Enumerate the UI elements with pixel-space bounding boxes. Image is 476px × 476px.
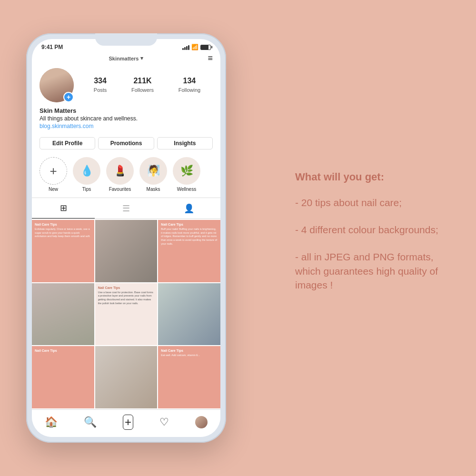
- post-4[interactable]: [32, 283, 94, 346]
- post-7[interactable]: Nail Care Tips: [32, 346, 94, 408]
- post-5[interactable]: Nail Care Tips Use a base coat for prote…: [95, 283, 158, 346]
- edit-profile-button[interactable]: Edit Profile: [40, 137, 95, 149]
- post-1[interactable]: Nail Care Tips Exfoliate regularly. Once…: [32, 220, 94, 282]
- tips-highlight-label: Tips: [82, 187, 91, 192]
- highlight-new[interactable]: + New: [40, 157, 67, 192]
- highlight-favourites[interactable]: 💄 Favourites: [106, 157, 134, 192]
- post-8[interactable]: [95, 346, 158, 408]
- insights-button[interactable]: Insights: [157, 137, 213, 149]
- tips-highlight-circle[interactable]: 💧: [73, 157, 100, 185]
- highlight-masks[interactable]: 🧖 Masks: [139, 157, 167, 192]
- new-highlight-circle[interactable]: +: [40, 157, 67, 185]
- home-nav-icon[interactable]: 🏠: [45, 416, 58, 428]
- phone-outer: 9:41 PM 📶: [26, 33, 226, 443]
- post-1-title: Nail Care Tips: [35, 223, 91, 226]
- post-5-text: Use a base coat for protection. Base coa…: [98, 291, 155, 306]
- info-item-2: - 4 different colour backgrounds;: [295, 223, 457, 237]
- followers-label: Followers: [131, 87, 154, 93]
- menu-icon[interactable]: ≡: [208, 53, 213, 63]
- followers-stat[interactable]: 211K Followers: [131, 77, 154, 94]
- post-6[interactable]: [158, 283, 220, 346]
- status-time: 9:41 PM: [41, 44, 63, 50]
- following-count: 134: [178, 77, 200, 85]
- info-item-3: - all in JPEG and PNG formats, which gua…: [295, 250, 457, 292]
- avatar-wrap: +: [40, 68, 74, 102]
- wifi-icon: 📶: [191, 44, 198, 50]
- highlights-row: + New 💧 Tips 💄 Favourites 🧖 Masks: [32, 153, 220, 198]
- promotions-button[interactable]: Promotions: [98, 137, 154, 149]
- favourites-highlight-circle[interactable]: 💄: [106, 157, 134, 185]
- highlight-wellness[interactable]: 🌿 Wellness: [173, 157, 200, 192]
- wellness-highlight-circle[interactable]: 🌿: [173, 157, 200, 185]
- post-9-text: Eat well. Add calcium, vitamin E...: [161, 354, 218, 357]
- profile-nav-avatar[interactable]: [195, 416, 208, 428]
- post-9[interactable]: Nail Care Tips Eat well. Add calcium, vi…: [158, 346, 220, 408]
- post-2[interactable]: [95, 220, 158, 282]
- highlight-tips[interactable]: 💧 Tips: [73, 157, 100, 192]
- masks-highlight-circle[interactable]: 🧖: [139, 157, 167, 185]
- posts-count: 334: [94, 77, 107, 85]
- add-post-nav-icon[interactable]: +: [123, 415, 133, 430]
- following-stat[interactable]: 134 Following: [178, 77, 200, 94]
- phone-inner: 9:41 PM 📶: [32, 39, 220, 437]
- post-5-title: Nail Care Tips: [98, 286, 155, 289]
- profile-name: Skin Matters: [40, 107, 213, 114]
- page-container: 9:41 PM 📶: [0, 0, 476, 476]
- profile-section: + 334 Posts 211K Followers: [32, 64, 220, 133]
- post-1-text: Exfoliate regularly. Once or twice a wee…: [35, 228, 91, 238]
- masks-highlight-label: Masks: [147, 187, 160, 192]
- wellness-highlight-label: Wellness: [177, 187, 196, 192]
- info-panel: What will you get: - 20 tips about nail …: [295, 170, 457, 306]
- tab-tagged[interactable]: 👤: [158, 198, 220, 218]
- signal-icon: [182, 45, 189, 50]
- post-3[interactable]: Nail Care Tips Buff your nails! Buffing …: [158, 220, 220, 282]
- posts-stat: 334 Posts: [94, 77, 107, 94]
- phone-mockup: 9:41 PM 📶: [26, 33, 226, 443]
- dropdown-icon[interactable]: ▾: [140, 55, 143, 61]
- posts-label: Posts: [94, 87, 107, 93]
- heart-nav-icon[interactable]: ♡: [159, 416, 169, 428]
- info-item-1: - 20 tips about nail care;: [295, 196, 457, 209]
- battery-icon: [200, 45, 211, 50]
- post-3-title: Nail Care Tips: [161, 223, 218, 226]
- status-icons: 📶: [182, 44, 211, 50]
- profile-username[interactable]: Skinmatters ▾: [109, 55, 144, 61]
- info-heading: What will you get:: [295, 170, 457, 184]
- ig-header: Skinmatters ▾ ≡: [32, 52, 220, 64]
- action-buttons: Edit Profile Promotions Insights: [32, 133, 220, 153]
- profile-stats-row: + 334 Posts 211K Followers: [40, 68, 213, 102]
- add-story-button[interactable]: +: [63, 92, 74, 102]
- stats-group: 334 Posts 211K Followers 134 Following: [81, 77, 213, 94]
- following-label: Following: [178, 87, 200, 93]
- phone-notch: [95, 33, 157, 46]
- favourites-highlight-label: Favourites: [109, 187, 131, 192]
- post-3-text: Buff your nails! Buffing your nails is b…: [161, 228, 218, 246]
- followers-count: 211K: [131, 77, 154, 85]
- post-9-title: Nail Care Tips: [161, 349, 218, 352]
- search-nav-icon[interactable]: 🔍: [84, 416, 97, 428]
- profile-bio: All things about skincare and wellness.: [40, 115, 213, 122]
- tab-grid[interactable]: ⊞: [32, 198, 95, 218]
- tab-list[interactable]: ☰: [95, 198, 158, 218]
- profile-link[interactable]: blog.skinmatters.com: [40, 123, 213, 129]
- tab-bar: ⊞ ☰ 👤: [32, 198, 220, 219]
- bottom-nav: 🏠 🔍 + ♡: [32, 409, 220, 437]
- new-highlight-label: New: [49, 187, 58, 192]
- posts-grid: Nail Care Tips Exfoliate regularly. Once…: [32, 219, 220, 409]
- post-7-title: Nail Care Tips: [35, 349, 91, 352]
